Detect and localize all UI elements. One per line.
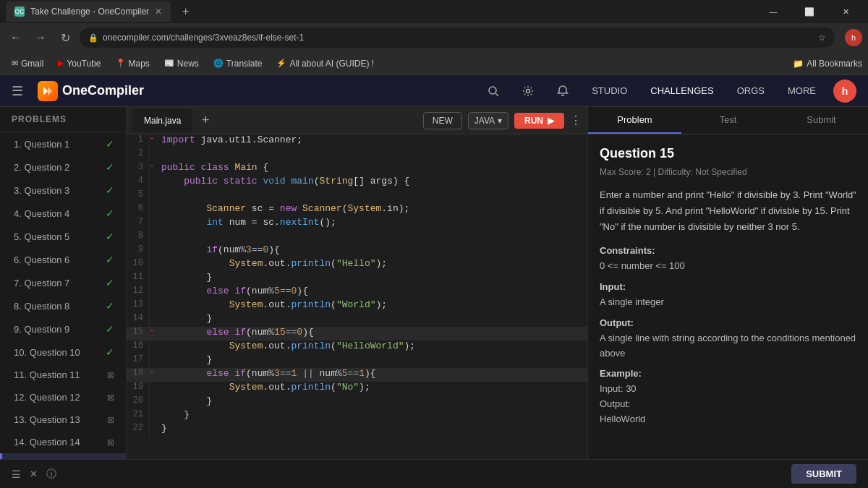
problem-content: Question 15 Max Score: 2 | Difficulty: N… xyxy=(588,134,868,459)
app-header: ☰ OneCompiler STUDIO CHALLENGES ORGS MOR… xyxy=(0,75,868,107)
settings-button[interactable] xyxy=(516,80,540,103)
sidebar-item-q3[interactable]: 3. Question 3 ✓ xyxy=(0,179,126,202)
tab-submit[interactable]: Submit xyxy=(775,107,868,134)
close-button[interactable]: ✕ xyxy=(829,1,862,22)
output-section: Output: A single line with string accord… xyxy=(600,317,856,361)
add-tab-button[interactable]: + xyxy=(197,112,214,129)
tab-test[interactable]: Test xyxy=(681,107,775,134)
code-line-7: 7 int num = sc.nextInt(); xyxy=(127,217,587,231)
language-selector[interactable]: JAVA ▾ xyxy=(468,112,509,129)
question-meta: Max Score: 2 | Difficulty: Not Specified xyxy=(600,167,856,177)
code-line-12: 12 else if(num%5==0){ xyxy=(127,286,587,299)
code-line-13: 13 System.out.println("World"); xyxy=(127,299,587,313)
orgs-nav-button[interactable]: ORGS xyxy=(731,82,770,99)
bookmark-translate-label: Translate xyxy=(226,59,263,69)
new-button[interactable]: NEW xyxy=(423,112,462,129)
run-label: RUN xyxy=(524,116,543,126)
studio-nav-button[interactable]: STUDIO xyxy=(586,82,633,99)
code-line-5: 5 xyxy=(127,189,587,203)
example-input-label: Input: 30 xyxy=(600,382,856,397)
submit-button[interactable]: SUBMIT xyxy=(791,464,856,484)
sidebar-item-q2[interactable]: 2. Question 2 ✓ xyxy=(0,155,126,179)
question-label: 7. Question 7 xyxy=(14,278,106,288)
question-label: 6. Question 6 xyxy=(14,254,106,265)
app: ☰ OneCompiler STUDIO CHALLENGES ORGS MOR… xyxy=(0,75,868,488)
check-icon: ✓ xyxy=(106,277,114,288)
address-bar: ← → ↻ 🔒 onecompiler.com/challenges/3xvea… xyxy=(0,23,868,52)
sidebar-item-q4[interactable]: 4. Question 4 ✓ xyxy=(0,202,126,225)
info-icon[interactable]: ⓘ xyxy=(46,468,56,481)
search-button[interactable] xyxy=(482,80,505,103)
bookmark-gmail-label: Gmail xyxy=(21,59,43,69)
sidebar-item-q14[interactable]: 14. Question 14 ⊠ xyxy=(0,431,126,453)
code-editor[interactable]: 1 - import java.util.Scanner; 2 3 - publ… xyxy=(127,134,587,459)
hamburger-menu-button[interactable]: ☰ xyxy=(12,83,23,99)
sidebar-item-q1[interactable]: 1. Question 1 ✓ xyxy=(0,132,126,155)
notifications-button[interactable] xyxy=(551,80,574,103)
sidebar-item-q15[interactable]: 15. Question 15 ✓ xyxy=(0,453,126,459)
challenges-nav-button[interactable]: CHALLENGES xyxy=(644,82,719,99)
check-icon: ✓ xyxy=(106,161,114,173)
bookmark-maps[interactable]: 📍 Maps xyxy=(110,57,156,70)
lock-icon: ⊠ xyxy=(107,415,114,425)
editor-tabs: Main.java + NEW JAVA ▾ RUN ▶ ⋮ xyxy=(127,107,587,134)
sidebar-item-q6[interactable]: 6. Question 6 ✓ xyxy=(0,248,126,271)
question-body: Enter a number and print "Hello" if divi… xyxy=(600,187,856,235)
editor-tab-main[interactable]: Main.java xyxy=(132,109,192,132)
code-line-22: 22 } xyxy=(127,423,587,437)
chevron-down-icon: ▾ xyxy=(498,116,502,126)
menu-bottom-icon[interactable]: ☰ xyxy=(12,468,21,480)
tab-favicon: OC xyxy=(14,7,25,17)
bookmark-ai-label: All about AI (GUIDE) ! xyxy=(289,59,374,69)
question-label: 8. Question 8 xyxy=(14,301,106,312)
code-line-17: 17 } xyxy=(127,354,587,368)
constraints-title: Constraints: xyxy=(600,245,856,256)
sidebar-item-q10[interactable]: 10. Question 10 ✓ xyxy=(0,341,126,364)
back-button[interactable]: ← xyxy=(6,27,26,48)
bookmark-news[interactable]: 📰 News xyxy=(158,57,205,70)
browser-tab[interactable]: OC Take Challenge - OneCompiler ✕ xyxy=(6,1,171,22)
lock-icon: ⊠ xyxy=(107,437,114,448)
tab-close-button[interactable]: ✕ xyxy=(155,7,162,17)
all-bookmarks-button[interactable]: 📁 All Bookmarks xyxy=(793,59,862,69)
header-actions: STUDIO CHALLENGES ORGS MORE h xyxy=(482,80,856,103)
sidebar-item-q11[interactable]: 11. Question 11 ⊠ xyxy=(0,364,126,386)
all-bookmarks-label: All Bookmarks xyxy=(807,59,862,69)
bookmark-star-icon[interactable]: ☆ xyxy=(818,33,826,43)
more-options-button[interactable]: ⋮ xyxy=(570,114,582,127)
bookmark-youtube[interactable]: ▶ YouTube xyxy=(52,57,106,70)
tab-title: Take Challenge - OneCompiler xyxy=(30,7,149,17)
code-line-8: 8 xyxy=(127,231,587,244)
sidebar-item-q13[interactable]: 13. Question 13 ⊠ xyxy=(0,408,126,431)
bookmark-ai[interactable]: ⚡ All about AI (GUIDE) ! xyxy=(271,57,380,70)
maximize-button[interactable]: ⬜ xyxy=(793,1,826,22)
translate-icon: 🌐 xyxy=(213,59,224,68)
url-input[interactable]: 🔒 onecompiler.com/challenges/3xveaz8es/i… xyxy=(80,27,835,48)
minimize-button[interactable]: — xyxy=(757,1,790,22)
lock-icon: 🔒 xyxy=(88,33,98,43)
more-nav-button[interactable]: MORE xyxy=(782,82,822,99)
bookmark-gmail[interactable]: ✉ Gmail xyxy=(6,57,49,70)
bottom-left: ☰ ✕ ⓘ xyxy=(12,468,56,481)
bookmark-translate[interactable]: 🌐 Translate xyxy=(208,57,268,70)
new-tab-button[interactable]: + xyxy=(176,5,195,18)
svg-point-2 xyxy=(489,87,496,94)
sidebar-item-q7[interactable]: 7. Question 7 ✓ xyxy=(0,271,126,294)
reload-button[interactable]: ↻ xyxy=(55,27,75,48)
logo: OneCompiler xyxy=(38,81,144,101)
forward-button[interactable]: → xyxy=(30,27,51,48)
folder-icon: 📁 xyxy=(793,59,804,69)
tab-problem[interactable]: Problem xyxy=(588,107,681,134)
output-title: Output: xyxy=(600,317,856,328)
example-output-label: Output: xyxy=(600,397,856,412)
user-avatar[interactable]: h xyxy=(833,80,856,103)
youtube-icon: ▶ xyxy=(58,59,64,68)
sidebar-item-q12[interactable]: 12. Question 12 ⊠ xyxy=(0,386,126,408)
sidebar-item-q5[interactable]: 5. Question 5 ✓ xyxy=(0,225,126,248)
sidebar-item-q8[interactable]: 8. Question 8 ✓ xyxy=(0,294,126,317)
sidebar-item-q9[interactable]: 9. Question 9 ✓ xyxy=(0,317,126,341)
run-button[interactable]: RUN ▶ xyxy=(514,113,564,129)
news-icon: 📰 xyxy=(164,59,174,68)
extension-icon-1[interactable]: h xyxy=(845,29,862,46)
bottom-right: SUBMIT xyxy=(791,464,856,484)
